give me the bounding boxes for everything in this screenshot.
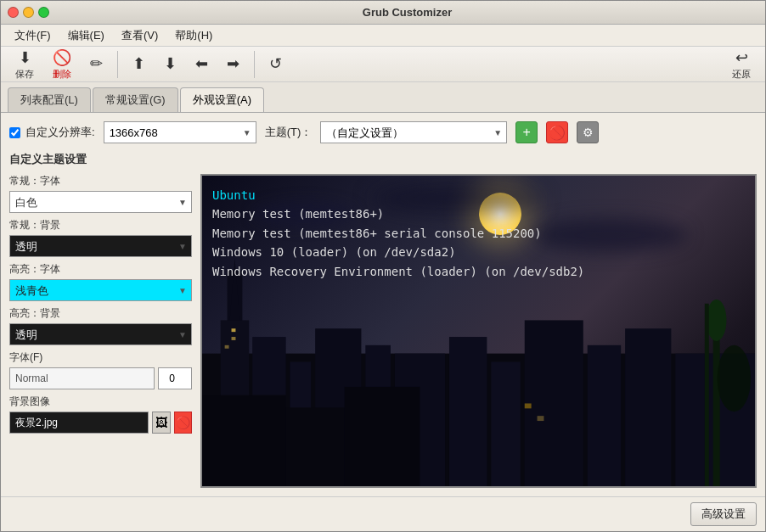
section-title: 自定义主题设置	[9, 152, 757, 167]
toolbar-separator-1	[117, 51, 118, 78]
svg-rect-16	[625, 328, 671, 486]
revert-button[interactable]: ↩ 还原	[724, 45, 758, 84]
svg-rect-12	[449, 337, 487, 486]
move-down-button[interactable]: ⬇	[156, 51, 184, 77]
highlight-bg-select[interactable]: 透明	[9, 323, 192, 345]
svg-rect-14	[525, 320, 583, 486]
menubar: 文件(F) 编辑(E) 查看(V) 帮助(H)	[1, 25, 765, 47]
font-label: 字体(F)	[9, 350, 192, 365]
bg-image-group: 背景图像 🖼 🚫	[9, 395, 192, 434]
svg-rect-6	[225, 344, 229, 348]
tab-list[interactable]: 列表配置(L)	[8, 87, 91, 112]
normal-font-select-wrapper: 白色	[9, 191, 192, 213]
highlight-bg-select-wrapper: 透明	[9, 323, 192, 345]
highlight-font-group: 高亮：字体 浅青色	[9, 262, 192, 301]
grub-item-1: Memory test (memtest86+)	[212, 204, 584, 223]
svg-rect-23	[713, 320, 720, 486]
normal-bg-label: 常规：背景	[9, 218, 192, 232]
highlight-bg-group: 高亮：背景 透明	[9, 306, 192, 345]
toolbar: ⬇ 保存 🚫 删除 ✏ ⬆ ⬇ ⬅ ➡ ↺ ↩ 还	[1, 47, 765, 82]
theme-add-button[interactable]: +	[515, 121, 538, 143]
resolution-row: 自定义分辨率: 1366x768 主题(T)： （自定义设置） + 🚫 ⚙	[9, 121, 757, 143]
svg-rect-25	[705, 303, 709, 486]
svg-point-24	[707, 299, 727, 340]
resolution-select-wrapper: 1366x768	[104, 121, 256, 143]
resolution-checkbox-label[interactable]: 自定义分辨率:	[9, 125, 95, 140]
move-right-button[interactable]: ➡	[219, 51, 247, 77]
bg-image-browse-button[interactable]: 🖼	[152, 412, 171, 434]
tabs-bar: 列表配置(L) 常规设置(G) 外观设置(A)	[1, 82, 765, 113]
edit-icon: ✏	[90, 54, 103, 73]
resolution-checkbox[interactable]	[9, 127, 20, 138]
move-left-button[interactable]: ⬅	[188, 51, 216, 77]
svg-rect-4	[232, 328, 236, 332]
resolution-select[interactable]: 1366x768	[104, 121, 256, 143]
grub-item-2: Memory test (memtest86+ serial console 1…	[212, 224, 584, 243]
arrow-left-icon: ⬅	[195, 54, 208, 73]
save-button[interactable]: ⬇ 保存	[8, 45, 42, 84]
normal-font-select[interactable]: 白色	[9, 191, 192, 213]
highlight-bg-label: 高亮：背景	[9, 306, 192, 321]
delete-icon: 🚫	[53, 48, 71, 67]
highlight-font-select[interactable]: 浅青色	[9, 279, 192, 301]
content-row: 常规：字体 白色 常规：背景 透明	[9, 174, 757, 488]
edit-button[interactable]: ✏	[82, 51, 110, 77]
normal-bg-select-wrapper: 透明	[9, 235, 192, 257]
bg-image-row: 🖼 🚫	[9, 412, 192, 434]
svg-rect-20	[345, 386, 420, 486]
svg-rect-21	[525, 403, 532, 408]
svg-rect-18	[202, 395, 286, 486]
theme-select[interactable]: （自定义设置）	[320, 121, 507, 143]
move-up-button[interactable]: ⬆	[125, 51, 153, 77]
font-row	[9, 367, 192, 389]
tab-general[interactable]: 常规设置(G)	[93, 87, 178, 112]
svg-rect-19	[286, 407, 345, 486]
grub-menu-text: Ubuntu Memory test (memtest86+) Memory t…	[212, 186, 584, 281]
arrow-up-icon: ⬆	[132, 54, 145, 73]
font-size-input[interactable]	[158, 367, 192, 389]
main-content: 自定义分辨率: 1366x768 主题(T)： （自定义设置） + 🚫 ⚙ 自定…	[1, 113, 765, 496]
menu-edit[interactable]: 编辑(E)	[61, 26, 111, 45]
svg-rect-5	[232, 337, 236, 340]
theme-settings-button[interactable]: ⚙	[577, 121, 599, 143]
delete-button[interactable]: 🚫 删除	[45, 45, 79, 84]
arrow-right-icon: ➡	[227, 54, 239, 73]
theme-select-wrapper: （自定义设置）	[320, 121, 507, 143]
maximize-button[interactable]	[38, 7, 49, 18]
grub-item-0: Ubuntu	[212, 186, 584, 204]
close-button[interactable]	[8, 7, 19, 18]
grub-item-3: Windows 10 (loader) (on /dev/sda2)	[212, 243, 584, 261]
svg-rect-15	[588, 344, 621, 486]
main-window: Grub Customizer 文件(F) 编辑(E) 查看(V) 帮助(H) …	[0, 0, 766, 532]
svg-rect-22	[538, 416, 544, 421]
svg-point-26	[718, 344, 751, 411]
bg-image-label: 背景图像	[9, 395, 192, 409]
tab-appearance[interactable]: 外观设置(A)	[180, 87, 264, 112]
theme-remove-button[interactable]: 🚫	[546, 121, 568, 143]
refresh-button[interactable]: ↺	[262, 51, 290, 77]
highlight-font-label: 高亮：字体	[9, 262, 192, 277]
menu-view[interactable]: 查看(V)	[115, 26, 165, 45]
normal-font-group: 常规：字体 白色	[9, 174, 192, 213]
menu-file[interactable]: 文件(F)	[8, 26, 58, 45]
font-name-input[interactable]	[9, 367, 155, 389]
svg-rect-13	[491, 361, 521, 486]
preview-panel: Ubuntu Memory test (memtest86+) Memory t…	[200, 174, 757, 488]
refresh-icon: ↺	[269, 54, 282, 73]
minimize-button[interactable]	[23, 7, 34, 18]
window-title: Grub Customizer	[56, 6, 758, 19]
left-panel: 常规：字体 白色 常规：背景 透明	[9, 174, 192, 488]
bg-image-clear-button[interactable]: 🚫	[174, 412, 193, 434]
font-group: 字体(F)	[9, 350, 192, 389]
preview-image: Ubuntu Memory test (memtest86+) Memory t…	[202, 176, 755, 486]
normal-bg-select[interactable]: 透明	[9, 235, 192, 257]
advanced-settings-button[interactable]: 高级设置	[690, 502, 757, 526]
normal-font-label: 常规：字体	[9, 174, 192, 188]
menu-help[interactable]: 帮助(H)	[168, 26, 219, 45]
grub-item-4: Windows Recovery Environment (loader) (o…	[212, 262, 584, 281]
toolbar-separator-2	[254, 51, 255, 78]
normal-bg-group: 常规：背景 透明	[9, 218, 192, 257]
save-icon: ⬇	[19, 48, 31, 67]
bg-image-input[interactable]	[9, 412, 149, 434]
arrow-down-icon: ⬇	[164, 54, 177, 73]
